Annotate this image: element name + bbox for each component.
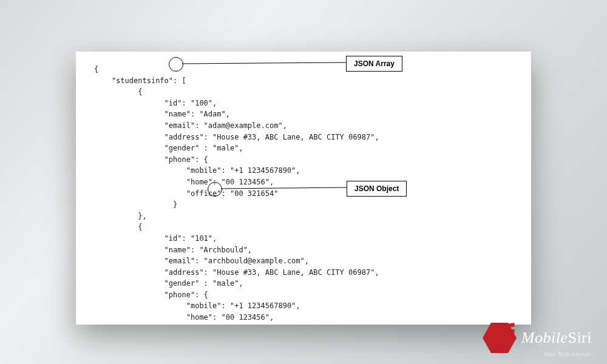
json-array-label: JSON Array [346,56,402,72]
json-object-label: JSON Object [347,181,407,197]
brand-tagline: Your Tech Adviser [544,351,591,357]
json-object-marker-circle [208,182,222,197]
json-array-marker-circle [169,57,183,72]
json-code: { "studentsinfo": [ { "id": "100", "name… [94,64,513,325]
brand-name: MobileSiri [521,329,592,347]
brand-logo: MobileSiri [483,323,592,353]
code-card: { "studentsinfo": [ { "id": "100", "name… [76,52,531,325]
brand-hex-icon [483,323,517,353]
signal-icon [489,318,523,348]
